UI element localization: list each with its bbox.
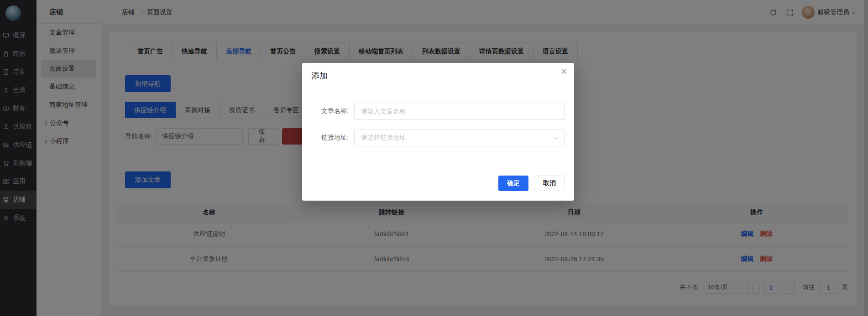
link-address-label: 链接地址: bbox=[311, 134, 349, 142]
article-name-row: 文章名称: bbox=[311, 103, 565, 120]
link-address-select[interactable]: 请选择链接地址 bbox=[354, 129, 565, 146]
confirm-button[interactable]: 确定 bbox=[498, 176, 528, 191]
add-dialog: 添加 × 文章名称: 链接地址: 请选择链接地址 确定 取消 bbox=[302, 63, 574, 201]
link-address-row: 链接地址: 请选择链接地址 bbox=[311, 129, 565, 146]
close-icon[interactable]: × bbox=[561, 67, 567, 77]
chevron-down-icon bbox=[554, 135, 559, 140]
article-name-label: 文章名称: bbox=[311, 107, 349, 115]
dialog-title: 添加 bbox=[311, 70, 328, 81]
app-window: 概况 商品 订单 会员 财务 供应商 供 bbox=[0, 0, 868, 316]
dialog-footer: 确定 取消 bbox=[498, 176, 565, 191]
article-name-input[interactable] bbox=[354, 103, 565, 120]
cancel-button[interactable]: 取消 bbox=[534, 176, 565, 191]
